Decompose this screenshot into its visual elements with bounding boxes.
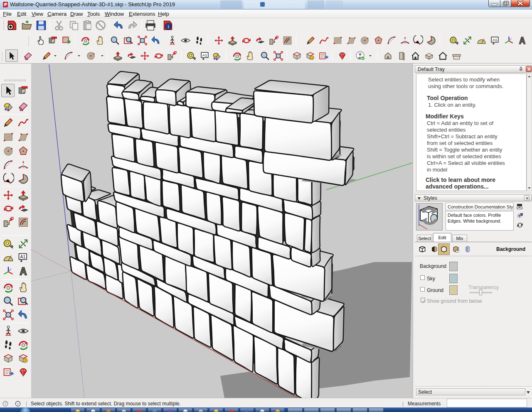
svg-text:A1: A1: [202, 53, 207, 57]
svg-text:!: !: [312, 56, 313, 60]
svg-text:?: ?: [5, 402, 7, 406]
svg-text:A1: A1: [493, 38, 497, 42]
svg-text:!: !: [25, 359, 26, 363]
svg-text:i: i: [17, 402, 18, 406]
svg-text:A1: A1: [20, 254, 25, 259]
